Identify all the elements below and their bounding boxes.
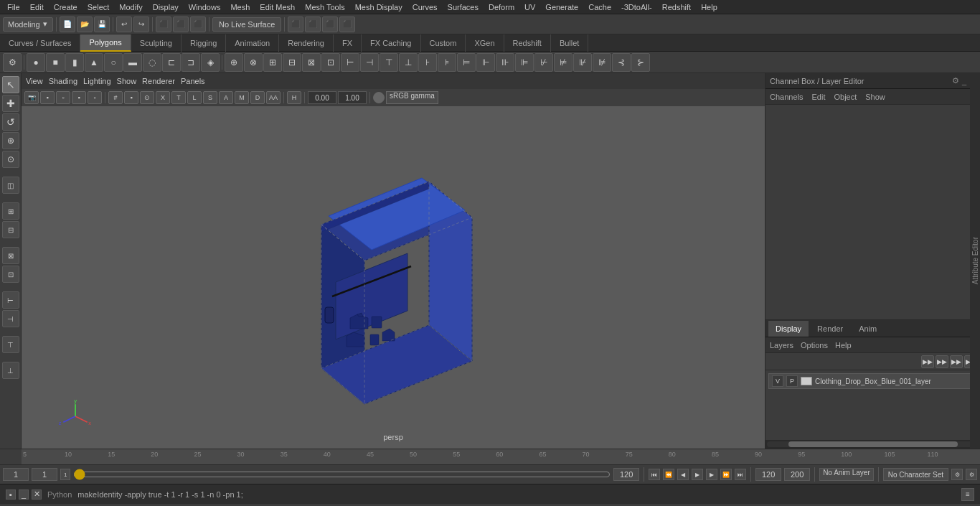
- menu-curves[interactable]: Curves: [408, 1, 442, 13]
- range-max-input[interactable]: [784, 468, 810, 481]
- shelf-helix-icon[interactable]: ⊐: [182, 53, 200, 72]
- menu-select[interactable]: Select: [83, 1, 114, 13]
- shelf-cube-icon[interactable]: ■: [46, 53, 65, 72]
- menu-edit[interactable]: Edit: [26, 1, 48, 13]
- vp-depth-btn[interactable]: D: [250, 91, 265, 104]
- cb-tab-show[interactable]: Show: [865, 93, 885, 101]
- shelf-bridge-icon[interactable]: ⊗: [244, 53, 263, 72]
- tab-polygons[interactable]: Polygons: [80, 34, 131, 52]
- status-window-btn[interactable]: ▪: [6, 489, 16, 500]
- layer-visibility-btn[interactable]: V: [772, 375, 783, 387]
- menu-generate[interactable]: Generate: [541, 1, 583, 13]
- anim-layer-dropdown[interactable]: No Anim Layer: [819, 468, 874, 481]
- shelf-mirror-icon[interactable]: ⊧: [438, 53, 456, 72]
- layer-opt-options[interactable]: Options: [801, 341, 828, 350]
- layer-remove-btn[interactable]: ▶▶: [950, 355, 963, 368]
- char-set-icon[interactable]: ⚙: [951, 469, 963, 480]
- next-frame-btn[interactable]: ▶: [706, 469, 717, 480]
- viewport-menu-panels[interactable]: Panels: [181, 77, 205, 85]
- layer-item[interactable]: V P Clothing_Drop_Box_Blue_001_layer: [768, 373, 977, 389]
- viewport-menu-shading[interactable]: Shading: [49, 77, 77, 85]
- viewport-menu-lighting[interactable]: Lighting: [83, 77, 111, 85]
- shelf-disk-icon[interactable]: ◌: [143, 53, 161, 72]
- workspace-dropdown[interactable]: Modeling ▾: [3, 17, 53, 32]
- tab-fx-caching[interactable]: FX Caching: [362, 34, 420, 52]
- step-fwd-btn[interactable]: ⏩: [720, 469, 732, 480]
- grid-btn[interactable]: ⊣: [2, 310, 19, 327]
- shelf-plane-icon[interactable]: ▬: [123, 53, 142, 72]
- cb-tab-object[interactable]: Object: [834, 93, 857, 101]
- anim-settings-icon[interactable]: ⚙: [966, 469, 977, 480]
- go-to-end-btn[interactable]: ⏭: [735, 469, 746, 480]
- tab-animation[interactable]: Animation: [226, 34, 279, 52]
- show-manip-tool[interactable]: ⊡: [2, 266, 19, 283]
- tab-rigging[interactable]: Rigging: [182, 34, 226, 52]
- layer-opt-help[interactable]: Help: [835, 341, 852, 350]
- menu-mesh-tools[interactable]: Mesh Tools: [301, 1, 349, 13]
- shelf-fill-icon[interactable]: ⊟: [283, 53, 301, 72]
- menu-mesh[interactable]: Mesh: [226, 1, 254, 13]
- timeline-slider[interactable]: [73, 471, 611, 478]
- vp-img-plane-btn[interactable]: ▪: [124, 91, 138, 104]
- layer-tab-anim[interactable]: Anim: [852, 321, 884, 337]
- shelf-cylinder-icon[interactable]: ▮: [65, 53, 84, 72]
- vp-isolate-btn[interactable]: ⊙: [140, 91, 154, 104]
- vp-value2-input[interactable]: [338, 91, 367, 104]
- shelf-combine-icon[interactable]: ⊤: [380, 53, 398, 72]
- tab-redshift[interactable]: Redshift: [504, 34, 551, 52]
- vp-motion-blur-btn[interactable]: M: [235, 91, 249, 104]
- vp-quad-btn[interactable]: ▫: [56, 91, 70, 104]
- channel-box-minimize-icon[interactable]: _: [962, 77, 966, 85]
- shelf-torus-icon[interactable]: ○: [104, 53, 123, 72]
- layer-add-btn[interactable]: ▶▶: [921, 355, 934, 368]
- redo-btn[interactable]: ↪: [133, 17, 149, 32]
- undo-btn[interactable]: ↩: [116, 17, 132, 32]
- shelf-redshift5-icon[interactable]: ⊰: [612, 53, 631, 72]
- menu-mesh-display[interactable]: Mesh Display: [351, 1, 407, 13]
- attribute-editor-tab[interactable]: Attribute Editor: [971, 237, 979, 284]
- layer-playback-btn[interactable]: P: [786, 375, 798, 387]
- shelf-extrude-icon[interactable]: ⊕: [225, 53, 243, 72]
- shelf-triangulate-icon[interactable]: ⊩: [476, 53, 495, 72]
- select-tool[interactable]: ↖: [2, 76, 19, 93]
- menu-windows[interactable]: Windows: [184, 1, 225, 13]
- render-region-btn[interactable]: ⊤: [2, 336, 19, 353]
- viewport-menu-view[interactable]: View: [26, 77, 43, 85]
- shelf-cone-icon[interactable]: ▲: [85, 53, 103, 72]
- layer-add-selected-btn[interactable]: ▶▶: [936, 355, 948, 368]
- channel-box-settings-icon[interactable]: ⚙: [952, 76, 959, 85]
- vp-light-btn[interactable]: L: [187, 91, 202, 104]
- vp-shade-btn[interactable]: ▫: [88, 91, 102, 104]
- viewport-menu-show[interactable]: Show: [117, 77, 137, 85]
- shelf-separate-icon[interactable]: ⊥: [399, 53, 418, 72]
- char-set-btn[interactable]: No Character Set: [883, 468, 948, 481]
- layer-tab-display[interactable]: Display: [768, 321, 809, 337]
- rotate-tool[interactable]: ↺: [2, 113, 19, 131]
- menu-3dtoall[interactable]: -3DtoAll-: [617, 1, 656, 13]
- shelf-settings-icon[interactable]: ⚙: [3, 53, 22, 72]
- range-start2-input[interactable]: [755, 468, 781, 481]
- snapshot-btn[interactable]: ⬛: [322, 17, 338, 32]
- shelf-redshift6-icon[interactable]: ⊱: [631, 53, 650, 72]
- ipr-btn[interactable]: ⬛: [305, 17, 321, 32]
- go-to-start-btn[interactable]: ⏮: [649, 469, 660, 480]
- layer-opt-layers[interactable]: Layers: [770, 341, 793, 350]
- vp-grid-toggle[interactable]: #: [108, 91, 123, 104]
- lasso-select-tool[interactable]: ⊞: [2, 202, 19, 220]
- vp-aa-btn[interactable]: AA: [266, 91, 281, 104]
- shelf-redshift2-icon[interactable]: ⊭: [554, 53, 573, 72]
- xray-btn[interactable]: ⊥: [2, 362, 19, 379]
- vp-texture-btn[interactable]: T: [171, 91, 186, 104]
- layer-scrollbar[interactable]: [765, 440, 980, 449]
- lasso-tool-btn[interactable]: ⬛: [173, 17, 189, 32]
- vp-wire-btn[interactable]: ▪: [72, 91, 86, 104]
- vp-value1-input[interactable]: [308, 91, 336, 104]
- prev-frame-btn[interactable]: ◀: [677, 469, 689, 480]
- current-frame-input[interactable]: [32, 468, 57, 481]
- vp-hud-btn[interactable]: H: [287, 91, 301, 104]
- menu-uv[interactable]: UV: [520, 1, 540, 13]
- vp-color-space-dropdown[interactable]: sRGB gamma: [386, 91, 438, 104]
- paint-tool-btn[interactable]: ⬛: [190, 17, 206, 32]
- tab-xgen[interactable]: XGen: [466, 34, 504, 52]
- shelf-sculpt-icon[interactable]: ⊠: [302, 53, 321, 72]
